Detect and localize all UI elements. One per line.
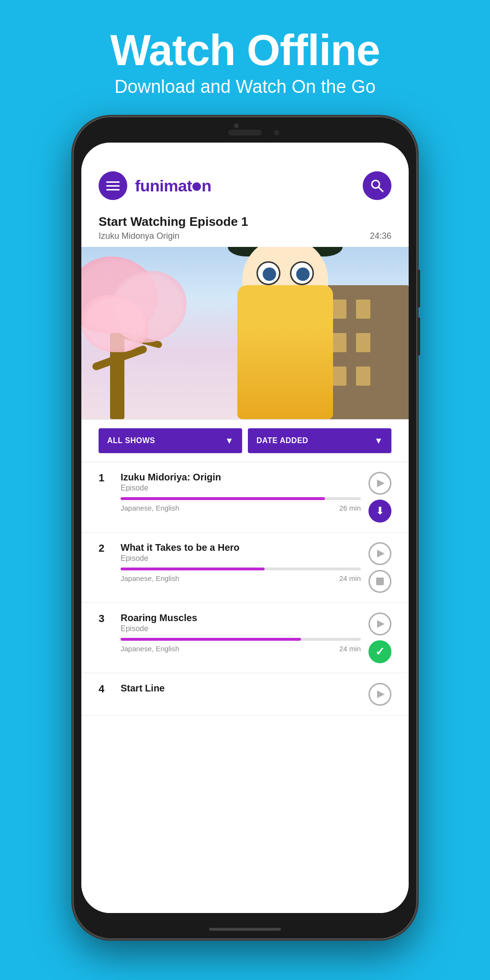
play-icon-4: [377, 690, 385, 698]
ep-actions-1: ⬇: [368, 472, 391, 523]
ep-number-4: 4: [99, 683, 113, 695]
phone-button-volume-down: [417, 317, 420, 356]
download-button-1[interactable]: ⬇: [368, 500, 391, 523]
ep-name-3: Roaring Muscles: [121, 612, 361, 624]
phone-notch: [197, 125, 293, 142]
ep-languages-3: Japanese, English: [121, 645, 179, 653]
promo-subtitle: Download and Watch On the Go: [110, 77, 380, 97]
play-button-2[interactable]: [368, 542, 391, 565]
sort-filter-button[interactable]: DATE ADDED ▼: [248, 428, 391, 453]
ep-languages-2: Japanese, English: [121, 574, 179, 582]
play-button-4[interactable]: [368, 683, 391, 706]
ep-meta-3: Japanese, English 24 min: [121, 645, 361, 653]
ep-actions-3: ✓: [368, 612, 391, 663]
ep-actions-4: [368, 683, 391, 706]
ep-meta-1: Japanese, English 26 min: [121, 504, 361, 512]
ep-name-4: Start Line: [121, 683, 361, 694]
filter-row: ALL SHOWS ▼ DATE ADDED ▼: [81, 420, 409, 462]
sort-filter-label: DATE ADDED: [256, 436, 308, 445]
ep-name-2: What it Takes to be a Hero: [121, 542, 361, 553]
phone-button-volume-up: [417, 269, 420, 308]
phone-screen: funimatn Start Watching Episode 1 Izuku …: [81, 143, 409, 913]
phone-frame: funimatn Start Watching Episode 1 Izuku …: [73, 116, 417, 939]
funimation-logo: funimatn: [135, 177, 363, 195]
search-icon: [370, 178, 384, 193]
ep-progress-bar-2: [121, 568, 361, 570]
ep-left-3: 3 Roaring Muscles Episode Japanese, Engl…: [99, 612, 361, 653]
anime-character: [218, 266, 352, 419]
ep-duration-1: 26 min: [339, 504, 361, 512]
ep-info-3: Roaring Muscles Episode Japanese, Englis…: [121, 612, 361, 653]
play-icon-2: [377, 550, 385, 557]
featured-episode-duration: 24:36: [370, 231, 391, 241]
shows-filter-chevron-icon: ▼: [225, 436, 234, 446]
shows-filter-button[interactable]: ALL SHOWS ▼: [99, 428, 242, 453]
logo-text: funimatn: [135, 177, 212, 195]
featured-episode-meta: Izuku Midonya Origin 24:36: [99, 231, 391, 241]
ep-duration-2: 24 min: [339, 574, 361, 582]
phone-home-indicator: [209, 928, 281, 931]
ep-progress-fill-3: [121, 638, 301, 641]
stop-icon-2: [376, 578, 384, 585]
stop-button-2[interactable]: [368, 570, 391, 593]
ep-actions-2: [368, 542, 391, 593]
ep-top-row-2: 2 What it Takes to be a Hero Episode Jap…: [99, 542, 391, 593]
sort-filter-chevron-icon: ▼: [374, 436, 383, 446]
ep-type-1: Episode: [121, 484, 361, 492]
promo-header: Watch Offline Download and Watch On the …: [110, 0, 380, 97]
ep-info-1: Izuku Midoriya: Origin Episode Japanese,…: [121, 472, 361, 512]
ep-left-1: 1 Izuku Midoriya: Origin Episode Japanes…: [99, 472, 361, 512]
shows-filter-label: ALL SHOWS: [107, 436, 155, 445]
ep-left-4: 4 Start Line: [99, 683, 361, 695]
app-header: funimatn: [81, 143, 409, 210]
play-icon-3: [377, 620, 385, 628]
episode-thumbnail[interactable]: [81, 247, 409, 419]
ep-top-row-1: 1 Izuku Midoriya: Origin Episode Japanes…: [99, 472, 391, 523]
check-icon-3: ✓: [375, 645, 385, 658]
search-button[interactable]: [363, 171, 391, 200]
featured-episode-subtitle: Izuku Midonya Origin: [99, 231, 179, 241]
logo-dot: [192, 182, 201, 191]
ep-type-2: Episode: [121, 554, 361, 563]
ep-left-2: 2 What it Takes to be a Hero Episode Jap…: [99, 542, 361, 582]
episode-item-2: 2 What it Takes to be a Hero Episode Jap…: [81, 533, 409, 603]
ep-duration-3: 24 min: [339, 645, 361, 653]
app-content: funimatn Start Watching Episode 1 Izuku …: [81, 143, 409, 913]
download-icon-1: ⬇: [376, 505, 384, 517]
play-icon-1: [377, 479, 385, 487]
episode-list: 1 Izuku Midoriya: Origin Episode Japanes…: [81, 462, 409, 716]
ep-top-row-4: 4 Start Line: [99, 683, 391, 706]
episode-item-3: 3 Roaring Muscles Episode Japanese, Engl…: [81, 603, 409, 673]
play-button-1[interactable]: [368, 472, 391, 495]
promo-title: Watch Offline: [110, 29, 380, 72]
ep-number-3: 3: [99, 612, 113, 625]
ep-progress-fill-1: [121, 497, 325, 500]
ep-info-2: What it Takes to be a Hero Episode Japan…: [121, 542, 361, 582]
episode-item-4: 4 Start Line: [81, 673, 409, 716]
ep-languages-1: Japanese, English: [121, 504, 179, 512]
phone-camera: [234, 123, 239, 128]
ep-meta-2: Japanese, English 24 min: [121, 574, 361, 582]
ep-progress-fill-2: [121, 568, 265, 570]
ep-top-row-3: 3 Roaring Muscles Episode Japanese, Engl…: [99, 612, 391, 663]
cherry-tree: [81, 256, 206, 419]
ep-name-1: Izuku Midoriya: Origin: [121, 472, 361, 483]
episode-item-1: 1 Izuku Midoriya: Origin Episode Japanes…: [81, 462, 409, 533]
ep-number-1: 1: [99, 472, 113, 484]
menu-button[interactable]: [99, 171, 127, 200]
check-button-3[interactable]: ✓: [368, 640, 391, 663]
ep-type-3: Episode: [121, 624, 361, 633]
featured-episode-header: Start Watching Episode 1 Izuku Midonya O…: [81, 210, 409, 243]
ep-info-4: Start Line: [121, 683, 361, 694]
svg-line-1: [379, 187, 383, 191]
featured-episode-title: Start Watching Episode 1: [99, 214, 391, 229]
ep-progress-bar-3: [121, 638, 361, 641]
play-button-3[interactable]: [368, 612, 391, 635]
hamburger-icon: [106, 181, 120, 190]
phone-shell: funimatn Start Watching Episode 1 Izuku …: [73, 116, 417, 939]
anime-scene: [81, 247, 409, 419]
ep-progress-bar-1: [121, 497, 361, 500]
ep-number-2: 2: [99, 542, 113, 555]
